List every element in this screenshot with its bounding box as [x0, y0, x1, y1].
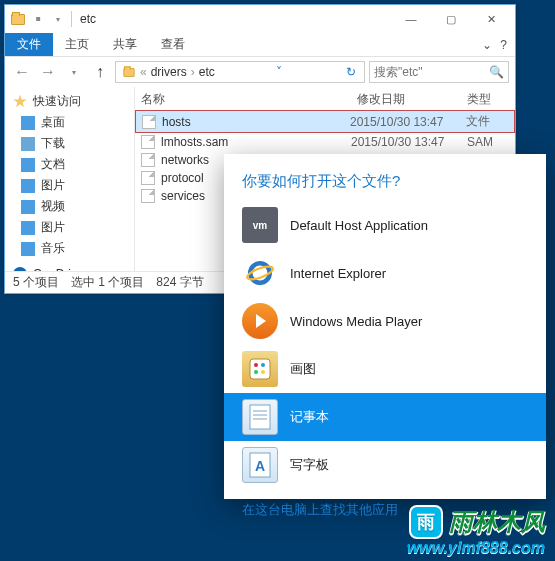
app-list: vm Default Host Application Internet Exp… — [224, 201, 546, 489]
pictures-icon — [21, 221, 35, 235]
dialog-title: 你要如何打开这个文件? — [224, 154, 546, 201]
file-icon — [142, 115, 156, 129]
app-item-default-host[interactable]: vm Default Host Application — [224, 201, 546, 249]
column-headers: 名称 修改日期 类型 — [135, 87, 515, 110]
pictures-icon — [21, 179, 35, 193]
sidebar-item-desktop[interactable]: 桌面 — [5, 112, 134, 133]
sidebar-item-pictures2[interactable]: 图片 — [5, 217, 134, 238]
status-size: 824 字节 — [156, 274, 203, 291]
paint-icon — [242, 351, 278, 387]
address-bar[interactable]: « drivers › etc ˅ ↻ — [115, 61, 365, 83]
svg-rect-2 — [250, 359, 270, 379]
search-placeholder: 搜索"etc" — [374, 64, 423, 81]
svg-point-4 — [261, 363, 265, 367]
document-icon — [21, 158, 35, 172]
file-icon — [141, 171, 155, 185]
watermark-brand: 雨林木风 — [449, 506, 545, 538]
svg-point-6 — [261, 370, 265, 374]
window-title: etc — [80, 12, 96, 26]
app-item-wordpad[interactable]: A 写字板 — [224, 441, 546, 489]
titlebar: ▪ ▾ etc — ▢ ✕ — [5, 5, 515, 33]
app-item-wmp[interactable]: Windows Media Player — [224, 297, 546, 345]
tab-view[interactable]: 查看 — [149, 33, 197, 56]
desktop-icon — [21, 116, 35, 130]
quick-access-toolbar: ▪ ▾ — [9, 10, 67, 28]
vm-icon: vm — [242, 207, 278, 243]
nav-back-button[interactable]: ← — [11, 61, 33, 83]
wordpad-icon: A — [242, 447, 278, 483]
file-row[interactable]: hosts 2015/10/30 13:47 文件 — [135, 110, 515, 133]
col-type[interactable]: 类型 — [467, 91, 509, 108]
svg-point-5 — [254, 370, 258, 374]
search-icon: 🔍 — [489, 65, 504, 79]
tab-share[interactable]: 共享 — [101, 33, 149, 56]
wmp-icon — [242, 303, 278, 339]
file-icon — [141, 189, 155, 203]
svg-text:A: A — [255, 458, 265, 474]
nav-forward-button[interactable]: → — [37, 61, 59, 83]
tab-home[interactable]: 主页 — [53, 33, 101, 56]
qat-dropdown-icon[interactable]: ▾ — [49, 10, 67, 28]
svg-rect-7 — [250, 405, 270, 429]
video-icon — [21, 200, 35, 214]
close-button[interactable]: ✕ — [471, 7, 511, 31]
col-name[interactable]: 名称 — [141, 91, 357, 108]
notepad-icon — [242, 399, 278, 435]
sidebar-onedrive[interactable]: OneDrive — [5, 265, 134, 271]
app-item-paint[interactable]: 画图 — [224, 345, 546, 393]
breadcrumb[interactable]: etc — [197, 65, 217, 79]
sidebar-quick-access[interactable]: 快速访问 — [5, 91, 134, 112]
address-row: ← → ▾ ↑ « drivers › etc ˅ ↻ 搜索"etc" 🔍 — [5, 57, 515, 87]
ribbon-tabs: 文件 主页 共享 查看 ⌄ ? — [5, 33, 515, 57]
nav-history-icon[interactable]: ▾ — [63, 61, 85, 83]
minimize-button[interactable]: — — [391, 7, 431, 31]
breadcrumb[interactable]: drivers — [149, 65, 189, 79]
address-dropdown-icon[interactable]: ˅ — [272, 65, 286, 79]
star-icon — [13, 95, 27, 109]
search-input[interactable]: 搜索"etc" 🔍 — [369, 61, 509, 83]
watermark-logo: 雨 — [409, 505, 443, 539]
chevron-right-icon: › — [191, 65, 195, 79]
sidebar-item-music[interactable]: 音乐 — [5, 238, 134, 259]
refresh-icon[interactable]: ↻ — [342, 65, 360, 79]
sidebar-item-videos[interactable]: 视频 — [5, 196, 134, 217]
download-icon — [21, 137, 35, 151]
status-count: 5 个项目 — [13, 274, 59, 291]
open-with-dialog: 你要如何打开这个文件? vm Default Host Application … — [224, 154, 546, 499]
sidebar-item-downloads[interactable]: 下载 — [5, 133, 134, 154]
watermark: 雨 雨林木风 www.ylmf888.com — [407, 505, 545, 557]
svg-point-3 — [254, 363, 258, 367]
status-selection: 选中 1 个项目 — [71, 274, 144, 291]
onedrive-icon — [13, 267, 27, 271]
sidebar-item-pictures[interactable]: 图片 — [5, 175, 134, 196]
app-item-notepad[interactable]: 记事本 — [224, 393, 546, 441]
file-icon — [141, 135, 155, 149]
ribbon-expand-icon[interactable]: ⌄ ? — [474, 33, 515, 56]
tab-file[interactable]: 文件 — [5, 33, 53, 56]
sidebar: 快速访问 桌面 下载 文档 图片 视频 图片 音乐 OneDrive 此电脑 — [5, 87, 135, 271]
folder-icon — [120, 63, 138, 81]
nav-up-button[interactable]: ↑ — [89, 61, 111, 83]
ie-icon — [242, 255, 278, 291]
breadcrumb-prefix: « — [140, 65, 147, 79]
watermark-url: www.ylmf888.com — [407, 539, 545, 557]
file-icon — [141, 153, 155, 167]
col-date[interactable]: 修改日期 — [357, 91, 467, 108]
folder-icon — [9, 10, 27, 28]
maximize-button[interactable]: ▢ — [431, 7, 471, 31]
music-icon — [21, 242, 35, 256]
sidebar-item-documents[interactable]: 文档 — [5, 154, 134, 175]
app-item-ie[interactable]: Internet Explorer — [224, 249, 546, 297]
file-row[interactable]: lmhosts.sam 2015/10/30 13:47 SAM — [135, 133, 515, 151]
qat-item[interactable]: ▪ — [29, 10, 47, 28]
